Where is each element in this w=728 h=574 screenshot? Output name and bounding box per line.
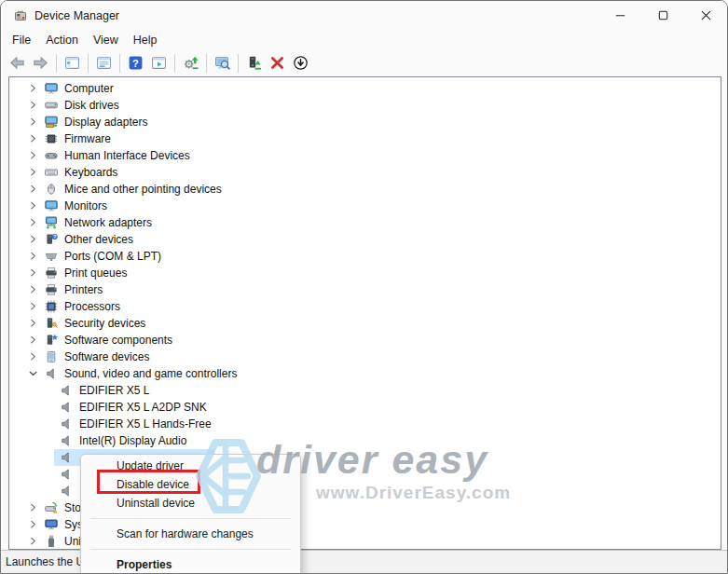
tree-item-ports-com-lpt[interactable]: Ports (COM & LPT) [9, 248, 721, 265]
chevron-collapsed-icon[interactable] [27, 82, 39, 94]
show-console-tree-button[interactable] [61, 51, 84, 75]
speaker-icon [59, 433, 74, 448]
tree-item-printers[interactable]: Printers [9, 281, 721, 298]
chevron-collapsed-icon[interactable] [27, 216, 39, 228]
chevron-collapsed-icon[interactable] [27, 149, 39, 161]
toolbar: ? [1, 49, 727, 76]
maximize-button[interactable] [641, 1, 684, 30]
chevron-collapsed-icon[interactable] [27, 334, 39, 346]
menu-action[interactable]: Action [46, 34, 78, 47]
tree-item-print-queues[interactable]: Print queues [9, 265, 721, 281]
chevron-collapsed-icon[interactable] [27, 535, 39, 547]
scan-hardware-changes-icon [214, 55, 230, 71]
tree-item-label: Processors [64, 300, 120, 313]
device-update-icon [246, 55, 262, 71]
tree-item-security-devices[interactable]: Security devices [9, 315, 721, 332]
uninstall-device-button[interactable] [266, 51, 289, 75]
tree-item-label: Mice and other pointing devices [64, 183, 222, 196]
tree-item-other-devices[interactable]: ?Other devices [9, 231, 721, 248]
tree-item-mice-and-other-pointing-devices[interactable]: Mice and other pointing devices [9, 181, 721, 198]
tree-item-edifier-x5-l-a2dp-snk[interactable]: EDIFIER X5 L A2DP SNK [9, 399, 721, 416]
back-icon [9, 55, 25, 71]
tree-item-label: Firmware [64, 132, 111, 145]
chevron-collapsed-icon[interactable] [27, 199, 39, 212]
action-pane-button[interactable] [147, 51, 171, 75]
tree-item-label: Intel(R) Display Audio [79, 434, 186, 447]
speaker-icon [44, 366, 59, 381]
forward-button[interactable] [29, 51, 52, 75]
tree-item-edifier-x5-l[interactable]: EDIFIER X5 L [9, 382, 721, 399]
chevron-expanded-icon[interactable] [27, 367, 39, 379]
tree-item-network-adapters[interactable]: Network adapters [9, 214, 721, 231]
tree-item-sound-video-and-game-controllers[interactable]: Sound, video and game controllers [9, 365, 721, 382]
tree-item-display-adapters[interactable]: Display adapters [9, 114, 721, 130]
toolbar-separator [56, 54, 57, 73]
context-menu-item-scan-for-hardware-changes[interactable]: Scan for hardware changes [81, 525, 300, 543]
tree-item-monitors[interactable]: Monitors [9, 198, 721, 214]
toolbar-separator [174, 54, 175, 73]
scan-hardware-changes-button[interactable] [211, 51, 234, 75]
menu-view[interactable]: View [93, 34, 118, 47]
chevron-collapsed-icon[interactable] [27, 233, 39, 245]
speaker-icon [59, 383, 74, 398]
chevron-collapsed-icon[interactable] [27, 350, 39, 362]
title-bar: Device Manager [1, 1, 727, 30]
chevron-collapsed-icon[interactable] [27, 501, 39, 513]
tree-item-computer[interactable]: Computer [9, 80, 721, 97]
menu-help[interactable]: Help [133, 34, 158, 47]
system-device-icon [44, 517, 59, 532]
disable-device-button[interactable] [289, 51, 312, 75]
tree-item-keyboards[interactable]: Keyboards [9, 164, 721, 181]
tree-item-disk-drives[interactable]: Disk drives [9, 97, 721, 114]
tree-item-edifier-x5-l-hands-free[interactable]: EDIFIER X5 L Hands-Free [9, 416, 721, 432]
chevron-collapsed-icon[interactable] [27, 99, 39, 111]
security-device-icon [44, 316, 59, 331]
back-button[interactable] [6, 51, 29, 75]
chevron-collapsed-icon[interactable] [27, 183, 39, 195]
help-icon: ? [128, 55, 144, 71]
properties-window-button[interactable] [92, 51, 116, 75]
help-button[interactable]: ? [124, 51, 147, 75]
context-menu-item-properties[interactable]: Properties [81, 555, 300, 574]
show-console-tree-icon [64, 55, 80, 71]
tree-item-human-interface-devices[interactable]: Human Interface Devices [9, 147, 721, 164]
chevron-collapsed-icon[interactable] [27, 518, 39, 530]
chevron-collapsed-icon[interactable] [27, 132, 39, 144]
svg-text:?: ? [53, 234, 57, 239]
context-menu-item-uninstall-device[interactable]: Uninstall device [81, 494, 300, 512]
device-update-button[interactable] [242, 51, 266, 75]
speaker-icon [59, 417, 74, 431]
mouse-icon [44, 182, 59, 197]
tree-item-label: Software devices [64, 350, 149, 363]
chevron-collapsed-icon[interactable] [27, 266, 39, 279]
tree-item-processors[interactable]: Processors [9, 298, 721, 315]
chevron-collapsed-icon[interactable] [27, 317, 39, 329]
chevron-collapsed-icon[interactable] [27, 166, 39, 178]
tree-item-label: EDIFIER X5 L [79, 384, 149, 397]
tree-item-label: Printers [64, 283, 103, 296]
menu-file[interactable]: File [12, 34, 31, 47]
tree-item-software-components[interactable]: Software components [9, 332, 721, 348]
usb-icon [44, 534, 59, 549]
tree-item-label: Keyboards [64, 166, 117, 179]
speaker-icon [59, 484, 74, 499]
chevron-collapsed-icon[interactable] [27, 300, 39, 312]
close-button[interactable] [684, 1, 727, 30]
tree-item-firmware[interactable]: Firmware [9, 130, 721, 147]
chevron-collapsed-icon[interactable] [27, 283, 39, 295]
update-driver-button[interactable] [179, 51, 202, 75]
toolbar-separator [119, 54, 120, 73]
device-manager-window: Device Manager FileActionViewHelp ? Comp… [0, 0, 728, 574]
window-title: Device Manager [34, 9, 119, 22]
tree-item-label: Print queues [64, 266, 127, 280]
tree-item-intel-r-display-audio[interactable]: Intel(R) Display Audio [9, 432, 721, 449]
tree-item-label: Display adapters [64, 116, 147, 129]
tree-item-software-devices[interactable]: Software devices [9, 348, 721, 365]
storage-controller-icon [44, 500, 59, 515]
chevron-collapsed-icon[interactable] [27, 250, 39, 262]
keyboard-icon [44, 165, 59, 180]
minimize-button[interactable] [598, 1, 641, 30]
chevron-collapsed-icon[interactable] [27, 116, 39, 128]
computer-icon [44, 198, 59, 213]
computer-icon [44, 81, 59, 96]
